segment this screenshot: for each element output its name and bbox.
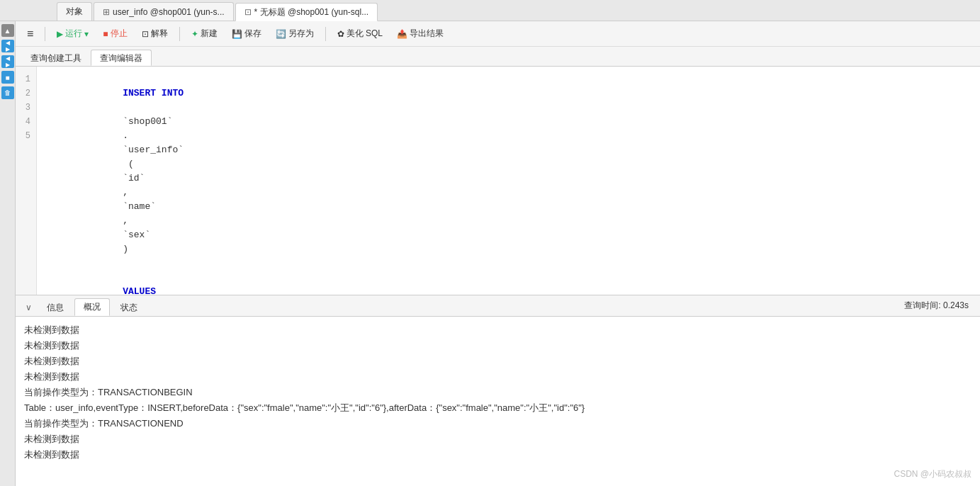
beautify-icon: ✿ — [337, 29, 344, 39]
tab-untitled-label: * 无标题 @shop001 (yun-sql... — [254, 6, 369, 18]
left-sidebar: ▲ ◀▶ ◀▶ ■ 🗑 — [0, 21, 16, 486]
log-line-2: 未检测到数据 — [24, 338, 971, 354]
export-icon: 📤 — [397, 29, 407, 39]
line-num-2: 2 — [21, 86, 30, 101]
log-line-4: 未检测到数据 — [24, 369, 971, 385]
line-num-3: 3 — [21, 101, 30, 115]
sidebar-icon-3[interactable]: ◀▶ — [1, 55, 14, 68]
code-lines[interactable]: INSERT INTO `shop001` . `user_info` ( `i… — [37, 67, 980, 295]
new-icon: ✦ — [191, 29, 198, 39]
log-line-7: 当前操作类型为：TRANSACTIONEND — [24, 416, 971, 431]
line-num-5: 5 — [21, 129, 30, 143]
save-as-icon: 🔄 — [276, 29, 286, 39]
separator-1 — [45, 27, 45, 41]
editor-content: 1 2 3 4 5 INSERT INTO `shop001` . `user_… — [16, 67, 980, 295]
save-icon: 💾 — [232, 29, 242, 39]
run-dropdown-icon: ▾ — [84, 29, 89, 39]
stop-icon: ■ — [103, 29, 108, 39]
line-num-1: 1 — [21, 72, 30, 86]
log-line-8: 未检测到数据 — [24, 431, 971, 447]
separator-2 — [179, 27, 180, 41]
beautify-button[interactable]: ✿ 美化 SQL — [332, 26, 388, 42]
separator-3 — [325, 27, 326, 41]
watermark: CSDN @小码农叔叔 — [894, 468, 971, 480]
sidebar-icon-4[interactable]: ■ — [1, 71, 14, 84]
explain-icon: ⊡ — [142, 29, 149, 39]
tab-overview[interactable]: 概况 — [74, 298, 110, 316]
menu-button[interactable]: ≡ — [21, 26, 39, 43]
log-line-6: Table：user_info,eventType：INSERT,beforeD… — [24, 400, 971, 416]
tab-info[interactable]: 信息 — [38, 299, 73, 316]
tab-query-builder[interactable]: 查询创建工具 — [21, 50, 91, 66]
export-button[interactable]: 📤 导出结果 — [391, 26, 449, 42]
editor-section: 1 2 3 4 5 INSERT INTO `shop001` . `user_… — [16, 67, 980, 486]
tab-untitled[interactable]: ⊡ * 无标题 @shop001 (yun-sql... — [235, 3, 378, 21]
sidebar-icon-2[interactable]: ◀▶ — [1, 40, 14, 52]
save-button[interactable]: 💾 保存 — [226, 26, 267, 42]
line-num-4: 4 — [21, 115, 30, 129]
tab-bar: 对象 ⊞ user_info @shop001 (yun-s... ⊡ * 无标… — [0, 0, 980, 21]
bottom-panel: ∨ 信息 概况 状态 查询时间: 0.243s 未检测到数据 — [16, 295, 980, 486]
sub-tab-bar: 查询创建工具 查询编辑器 — [16, 47, 980, 67]
code-line-2: VALUES — [45, 271, 971, 295]
bottom-tab-bar: ∨ 信息 概况 状态 查询时间: 0.243s — [16, 295, 980, 317]
tab-status[interactable]: 状态 — [111, 299, 147, 316]
query-time: 查询时间: 0.243s — [904, 300, 974, 315]
editor-area[interactable]: 1 2 3 4 5 INSERT INTO `shop001` . `user_… — [16, 67, 980, 295]
play-icon: ▶ — [57, 29, 63, 39]
new-button[interactable]: ✦ 新建 — [186, 26, 223, 42]
tab-objects[interactable]: 对象 — [57, 2, 92, 21]
code-line-1: INSERT INTO `shop001` . `user_info` ( `i… — [45, 72, 971, 271]
sidebar-icon-1[interactable]: ▲ — [1, 24, 14, 37]
bottom-content: 未检测到数据 未检测到数据 未检测到数据 未检测到数据 当前操作类型为：TRAN… — [16, 317, 980, 486]
collapse-button[interactable]: ∨ — [21, 301, 36, 314]
query-icon: ⊡ — [244, 7, 252, 17]
run-button[interactable]: ▶ 运行 ▾ — [51, 26, 94, 42]
explain-button[interactable]: ⊡ 解释 — [136, 26, 174, 42]
sidebar-icon-5[interactable]: 🗑 — [1, 86, 14, 99]
log-line-3: 未检测到数据 — [24, 354, 971, 369]
stop-button[interactable]: ■ 停止 — [97, 26, 133, 42]
tab-user-info[interactable]: ⊞ user_info @shop001 (yun-s... — [94, 2, 234, 21]
log-line-1: 未检测到数据 — [24, 322, 971, 338]
line-numbers: 1 2 3 4 5 — [16, 67, 37, 295]
toolbar: ≡ ▶ 运行 ▾ ■ 停止 ⊡ 解释 ✦ 新建 💾 保 — [16, 21, 980, 47]
log-line-5: 当前操作类型为：TRANSACTIONBEGIN — [24, 385, 971, 400]
save-as-button[interactable]: 🔄 另存为 — [270, 26, 320, 42]
table-icon: ⊞ — [103, 7, 110, 17]
tab-user-info-label: user_info @shop001 (yun-s... — [113, 7, 225, 17]
log-line-9: 未检测到数据 — [24, 447, 971, 463]
tab-query-editor[interactable]: 查询编辑器 — [91, 50, 152, 66]
tab-objects-label: 对象 — [66, 6, 83, 18]
